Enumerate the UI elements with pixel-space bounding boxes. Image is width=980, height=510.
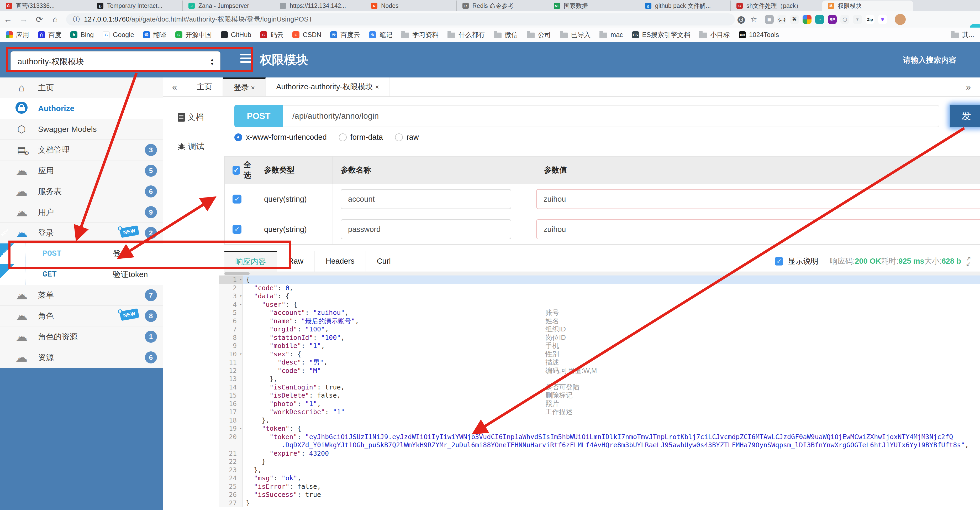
body-type-option[interactable]: form-data	[339, 133, 383, 142]
close-tab-icon[interactable]: ×	[375, 83, 379, 91]
gitzip-extension[interactable]: Zip	[865, 15, 875, 24]
translate-en-extension[interactable]: 英	[790, 15, 799, 24]
fold-arrow-icon[interactable]: ▾	[240, 300, 242, 309]
json-response-editor[interactable]: 1▾{2 "code": 0,3▾ "data": {4▾ "user": {5…	[219, 276, 980, 510]
select-all-checkbox[interactable]: ✓	[232, 166, 240, 175]
fold-arrow-icon[interactable]: ▾	[240, 424, 242, 433]
home-icon[interactable]: ⌂	[47, 14, 63, 24]
param-checkbox[interactable]: ✓	[232, 194, 242, 204]
collapse-sidebar-icon[interactable]: «	[163, 78, 186, 96]
browser-tab[interactable]: Csh文件处理（pack）	[731, 0, 822, 11]
address-bar[interactable]: ⓘ 127.0.0.1:8760/api/gate/doc.html#/auth…	[66, 13, 735, 26]
bookmark-item[interactable]: 小目标	[699, 30, 730, 39]
bookmark-item[interactable]: C开源中国	[175, 30, 212, 39]
bookmark-item[interactable]: CCSDN	[293, 31, 321, 38]
fold-arrow-icon[interactable]: ▾	[240, 276, 242, 284]
bookmark-item[interactable]: 10241024Tools	[739, 31, 779, 38]
sidebar-item[interactable]: ☁API应用5	[0, 161, 163, 181]
sidebar-endpoint-get[interactable]: NEWGET验证token	[0, 264, 163, 285]
browser-tab[interactable]: https://112.134.142...	[274, 0, 365, 11]
bookmark-item[interactable]: 已导入	[560, 30, 590, 39]
bookmark-item[interactable]: G码云	[260, 30, 283, 39]
show-desc-checkbox[interactable]: ✓	[775, 257, 783, 266]
param-value-input[interactable]: zuihou	[536, 189, 980, 209]
reload-icon[interactable]: ⟳	[32, 14, 47, 24]
ring-extension[interactable]: ◯	[840, 15, 849, 24]
sidebar-item[interactable]: ☁API登录NEW2	[0, 223, 163, 244]
param-name-input[interactable]: password	[340, 219, 511, 239]
bookmarks-overflow[interactable]: 其...	[951, 30, 974, 39]
close-tab-icon[interactable]: ×	[251, 84, 255, 92]
grid-extension[interactable]: ▦	[765, 15, 774, 24]
back-icon[interactable]: ←	[0, 14, 16, 24]
profile-avatar[interactable]	[895, 14, 906, 25]
response-tab[interactable]: Raw	[277, 251, 315, 271]
content-tab[interactable]: Authorize-authority-权限模块×	[266, 78, 390, 96]
download-extension[interactable]: ▼	[853, 15, 862, 24]
sidebar-item[interactable]: ▤⚙文档管理3	[0, 140, 163, 161]
search-input[interactable]: 请输入搜索内容	[903, 55, 956, 65]
braces-extension[interactable]: {…}	[777, 15, 786, 24]
asterisk-extension[interactable]: ✻	[878, 15, 887, 24]
content-tab[interactable]: 主页	[186, 78, 223, 96]
globe-extension[interactable]: ◔	[815, 15, 824, 24]
content-tab[interactable]: 登录×	[223, 78, 266, 96]
bookmark-item[interactable]: ✎笔记	[369, 30, 392, 39]
bookmark-item[interactable]: mac	[600, 31, 623, 38]
browser-tab[interactable]: {}Temporary Interact...	[91, 0, 183, 11]
sidebar-item[interactable]: ⬡Swagger Models	[0, 119, 163, 140]
response-tab[interactable]: 响应内容	[224, 251, 277, 271]
bookmark-item[interactable]: 应用	[6, 30, 29, 39]
sidebar-item[interactable]: ☁API菜单7	[0, 285, 163, 306]
browser-tab[interactable]: ggithub pack 文件解...	[640, 0, 731, 11]
forward-icon[interactable]: →	[16, 14, 32, 24]
bookmark-item[interactable]: 云百度云	[330, 30, 360, 39]
browser-tab[interactable]: 白直营/313336...	[0, 0, 91, 11]
sidebar-item[interactable]: ☁API资源6	[0, 347, 163, 368]
color-wheel-extension[interactable]	[803, 15, 811, 24]
tab-document[interactable]: 文档	[163, 102, 219, 132]
response-tab[interactable]: Curl	[366, 251, 402, 271]
fold-arrow-icon[interactable]: ▾	[240, 292, 242, 300]
bookmark-item[interactable]: 学习资料	[401, 30, 439, 39]
sidebar-item[interactable]: Authorize	[0, 98, 163, 119]
sidebar-endpoint-post[interactable]: NEWPOST登录	[0, 244, 163, 264]
bookmark-item[interactable]: 什么都有	[447, 30, 485, 39]
bookmark-item[interactable]: GGoogle	[103, 31, 134, 38]
bookmark-item[interactable]: 译翻译	[143, 30, 166, 39]
bookmark-item[interactable]: GitHub	[221, 31, 251, 38]
browser-tab[interactable]: 泳权限模块	[822, 0, 913, 11]
sidebar-item[interactable]: ☁API用户9	[0, 202, 163, 223]
tab-overflow-icon[interactable]: »	[961, 78, 976, 97]
site-info-icon[interactable]: ⓘ	[73, 15, 80, 24]
sidebar-item[interactable]: ☁API角色NEW8	[0, 306, 163, 327]
horizontal-scrollbar[interactable]	[224, 272, 980, 276]
response-tab[interactable]: Headers	[315, 251, 366, 271]
browser-tab[interactable]: NNodes	[365, 0, 457, 11]
bookmark-item[interactable]: 微信	[494, 30, 518, 39]
translate-page-icon[interactable]: 🅖	[735, 15, 748, 24]
body-type-option[interactable]: x-www-form-urlencoded	[234, 133, 327, 142]
param-value-input[interactable]: zuihou	[536, 219, 980, 239]
sidebar-item[interactable]: ☁API服务表6	[0, 181, 163, 202]
bookmark-star-icon[interactable]: ☆	[748, 15, 760, 24]
browser-tab[interactable]: JZana - Jumpserver	[183, 0, 274, 11]
sidebar-item[interactable]: ⌂主页	[0, 78, 163, 98]
bookmark-item[interactable]: bBing	[70, 31, 94, 38]
module-select[interactable]: authority-权限模块 ▴▾	[11, 51, 220, 72]
bookmark-item[interactable]: 百百度	[38, 30, 61, 39]
bookmark-item[interactable]: ESES搜索引擎文档	[632, 30, 690, 39]
rp-extension[interactable]: RP	[828, 15, 837, 24]
fold-arrow-icon[interactable]: ▾	[240, 350, 242, 359]
tab-debug[interactable]: 调试	[163, 132, 219, 161]
fullscreen-icon[interactable]: ↗↙	[966, 256, 971, 266]
sidebar-item[interactable]: ☁API角色的资源1	[0, 327, 163, 347]
send-button[interactable]: 发	[949, 104, 980, 128]
browser-tab[interactable]: RRedis 命令参考	[457, 0, 548, 11]
param-checkbox[interactable]: ✓	[232, 225, 242, 234]
browser-tab[interactable]: 51国家数据	[548, 0, 640, 11]
bookmark-item[interactable]: 公司	[527, 30, 551, 39]
menu-toggle-icon[interactable]	[240, 54, 252, 65]
body-type-option[interactable]: raw	[395, 133, 419, 142]
param-name-input[interactable]: account	[340, 189, 511, 209]
